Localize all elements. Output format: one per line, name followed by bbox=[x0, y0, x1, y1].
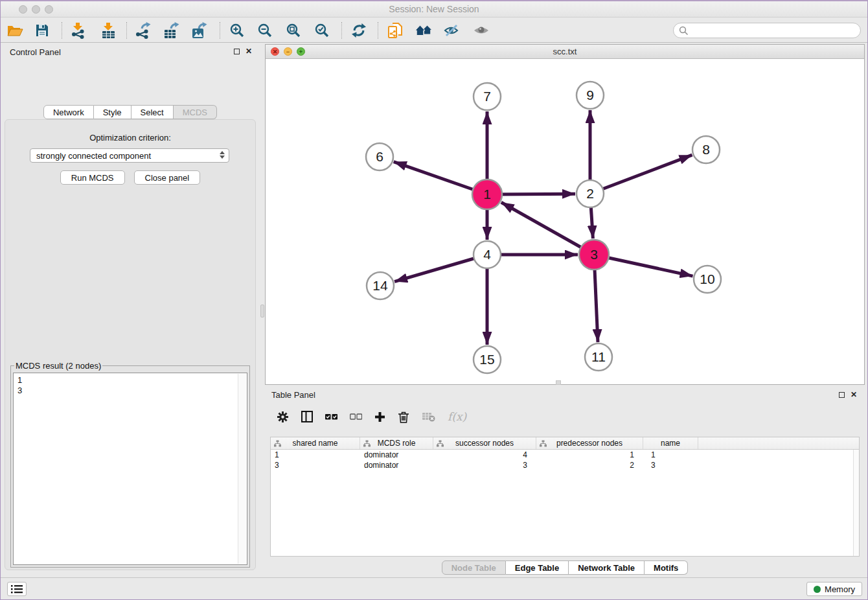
task-history-button[interactable] bbox=[7, 582, 27, 596]
table-row[interactable]: 3 dominator 3 2 3 bbox=[271, 460, 859, 470]
tab-style[interactable]: Style bbox=[94, 105, 131, 119]
float-table-panel-icon[interactable] bbox=[839, 392, 845, 398]
node-table: shared name MCDS role successor nodes pr… bbox=[270, 437, 860, 557]
export-image-icon[interactable] bbox=[190, 21, 209, 40]
close-panel-icon[interactable]: ✕ bbox=[246, 47, 252, 55]
select-stepper-icon bbox=[220, 151, 225, 159]
zoom-fit-icon[interactable] bbox=[284, 21, 303, 40]
table-header-row: shared name MCDS role successor nodes pr… bbox=[271, 437, 859, 450]
graph-edge-3-1[interactable] bbox=[501, 202, 594, 255]
toolbar-separator bbox=[341, 22, 342, 39]
open-session-icon[interactable] bbox=[6, 21, 24, 40]
import-network-icon[interactable] bbox=[69, 21, 87, 40]
network-view-window: ✕ − + scc.txt 7968124314101511 bbox=[265, 44, 865, 385]
graph-node-label: 3 bbox=[590, 247, 598, 262]
graph-node-label: 9 bbox=[586, 87, 594, 102]
tab-edge-table[interactable]: Edge Table bbox=[506, 560, 569, 575]
duplicate-network-icon[interactable] bbox=[386, 21, 404, 40]
table-toolbar: f(x) bbox=[265, 403, 865, 430]
memory-status-icon bbox=[814, 586, 821, 593]
graph-node-label: 14 bbox=[372, 278, 388, 293]
add-column-icon[interactable] bbox=[374, 411, 385, 422]
graph-edge-4-14[interactable] bbox=[394, 255, 487, 282]
column-header-mcds-role[interactable]: MCDS role bbox=[360, 437, 433, 449]
column-type-icon bbox=[540, 440, 547, 447]
deselect-all-columns-icon[interactable] bbox=[350, 413, 362, 421]
graph-node-label: 1 bbox=[483, 187, 491, 202]
divider-grip[interactable] bbox=[260, 305, 264, 317]
float-panel-icon[interactable] bbox=[234, 49, 240, 54]
graph-node-label: 2 bbox=[586, 186, 594, 201]
tab-node-table[interactable]: Node Table bbox=[442, 560, 506, 575]
memory-button[interactable]: Memory bbox=[806, 582, 862, 596]
table-tabs: Node Table Edge Table Network Table Moti… bbox=[265, 560, 865, 575]
panel-divider[interactable] bbox=[260, 43, 265, 579]
graph-node-label: 10 bbox=[700, 271, 714, 286]
column-header-successor-nodes[interactable]: successor nodes bbox=[433, 437, 536, 449]
column-type-icon bbox=[363, 440, 371, 447]
refresh-icon[interactable] bbox=[350, 21, 368, 40]
tab-mcds[interactable]: MCDS bbox=[174, 105, 217, 119]
tab-network[interactable]: Network bbox=[43, 105, 94, 119]
zoom-selected-icon[interactable] bbox=[313, 21, 331, 40]
column-type-icon bbox=[274, 440, 281, 447]
toolbar-separator bbox=[62, 22, 62, 39]
toggle-graphics-details-icon[interactable] bbox=[442, 21, 461, 40]
graph-node-label: 11 bbox=[591, 349, 606, 364]
function-builder-icon[interactable]: f(x) bbox=[448, 410, 466, 423]
table-scrollbar[interactable] bbox=[853, 450, 859, 556]
mcds-result-line: 3 bbox=[17, 386, 243, 396]
zoom-out-icon[interactable] bbox=[256, 21, 274, 40]
tab-motifs[interactable]: Motifs bbox=[645, 560, 688, 575]
optimization-criterion-value: strongly connected component bbox=[36, 151, 151, 161]
control-panel-title: Control Panel bbox=[10, 47, 61, 57]
mcds-result-title: MCDS result (2 nodes) bbox=[14, 361, 102, 371]
search-input[interactable] bbox=[689, 24, 860, 37]
export-table-icon[interactable] bbox=[163, 21, 181, 40]
home-icon[interactable] bbox=[415, 21, 433, 40]
toolbar-separator bbox=[220, 22, 220, 39]
run-mcds-button[interactable]: Run MCDS bbox=[60, 170, 125, 185]
save-session-icon[interactable] bbox=[33, 21, 51, 40]
toolbar-separator bbox=[378, 22, 378, 39]
result-scrollbar[interactable] bbox=[238, 374, 246, 564]
graph-node-label: 7 bbox=[483, 89, 491, 104]
graph-edge-2-8[interactable] bbox=[590, 155, 692, 194]
close-panel-button[interactable]: Close panel bbox=[134, 170, 201, 185]
mcds-result-box: MCDS result (2 nodes) 1 3 bbox=[10, 361, 250, 568]
export-network-icon[interactable] bbox=[134, 21, 152, 40]
tab-network-table[interactable]: Network Table bbox=[569, 560, 645, 575]
mcds-result-text[interactable]: 1 3 bbox=[13, 373, 247, 565]
zoom-in-icon[interactable] bbox=[228, 21, 246, 40]
column-header-name[interactable]: name bbox=[643, 437, 698, 449]
status-bar: Memory bbox=[1, 577, 867, 599]
delete-table-icon[interactable] bbox=[422, 411, 435, 422]
table-panel-title: Table Panel bbox=[271, 390, 315, 400]
close-table-panel-icon[interactable]: ✕ bbox=[851, 391, 857, 398]
mcds-result-line: 1 bbox=[17, 375, 243, 386]
column-type-icon bbox=[437, 440, 444, 447]
table-row[interactable]: 1 dominator 4 1 1 bbox=[271, 450, 859, 460]
show-column-panel-icon[interactable] bbox=[301, 411, 313, 422]
network-canvas[interactable]: 7968124314101511 bbox=[266, 59, 864, 384]
graph-node-label: 15 bbox=[479, 352, 494, 367]
search-field[interactable] bbox=[673, 23, 861, 38]
toggle-bird-eye-view-icon[interactable] bbox=[472, 21, 490, 40]
table-panel: Table Panel ✕ bbox=[265, 386, 865, 579]
search-icon bbox=[679, 26, 689, 36]
graph-node-label: 8 bbox=[702, 142, 710, 157]
network-graph: 7968124314101511 bbox=[266, 59, 864, 385]
graph-node-label: 4 bbox=[483, 247, 491, 262]
tab-select[interactable]: Select bbox=[131, 105, 174, 119]
network-window-titlebar: ✕ − + scc.txt bbox=[266, 45, 864, 59]
window-title: Session: New Session bbox=[1, 4, 867, 14]
select-all-columns-icon[interactable] bbox=[325, 413, 337, 421]
network-window-title: scc.txt bbox=[266, 47, 864, 56]
optimization-criterion-select[interactable]: strongly connected component bbox=[30, 148, 229, 163]
delete-column-icon[interactable] bbox=[398, 411, 409, 423]
settings-icon[interactable] bbox=[277, 411, 289, 423]
import-table-icon[interactable] bbox=[99, 21, 117, 40]
column-header-predecessor-nodes[interactable]: predecessor nodes bbox=[536, 437, 643, 449]
network-resize-grip[interactable] bbox=[556, 380, 561, 385]
column-header-shared-name[interactable]: shared name bbox=[271, 437, 360, 449]
